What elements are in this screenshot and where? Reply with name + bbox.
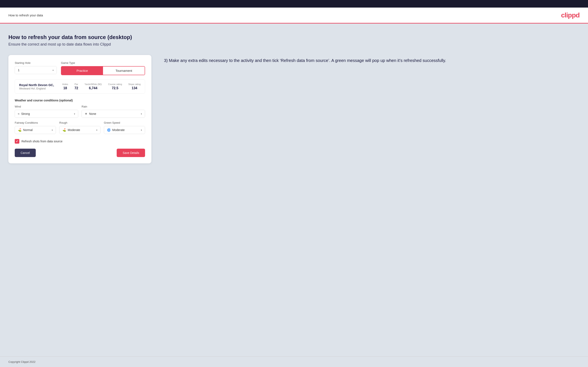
cancel-button[interactable]: Cancel <box>15 149 36 157</box>
content-area: Starting Hole 1 ▾ Game Type Practice Tou… <box>9 55 579 163</box>
rough-label: Rough <box>59 121 101 124</box>
wind-select[interactable]: ≈ Strong ▾ <box>15 110 78 118</box>
game-type-label: Game Type <box>61 61 145 65</box>
green-speed-group: Green Speed 🌀 Moderate ▾ <box>104 121 145 134</box>
wind-chevron-icon: ▾ <box>74 113 75 115</box>
yards-stat: Yards/White (M)) 6,744 <box>85 83 102 90</box>
course-rating-label: Course rating <box>108 83 122 85</box>
main-content: How to refresh your data from source (de… <box>0 24 588 356</box>
fairway-value-wrapper: ⛳ Normal <box>18 128 33 132</box>
green-speed-icon: 🌀 <box>107 128 111 132</box>
wind-display[interactable]: ≈ Strong ▾ <box>15 110 78 117</box>
green-speed-display[interactable]: 🌀 Moderate ▾ <box>104 126 145 134</box>
par-stat: Par 72 <box>74 83 78 90</box>
slope-rating-label: Slope rating <box>128 83 141 85</box>
yards-value: 6,744 <box>85 86 102 90</box>
fairway-label: Fairway Conditions <box>15 121 56 124</box>
rain-display[interactable]: ☀ None ▾ <box>82 110 145 117</box>
rain-group: Rain ☀ None ▾ <box>82 105 145 118</box>
rough-icon: ⛳ <box>62 128 66 132</box>
rain-select[interactable]: ☀ None ▾ <box>82 110 145 118</box>
header: How to refresh your data clippd <box>0 8 588 24</box>
rain-label: Rain <box>82 105 145 108</box>
tournament-button[interactable]: Tournament <box>103 67 145 75</box>
starting-hole-label: Starting Hole <box>15 61 57 65</box>
holes-stat: Holes 18 <box>62 83 68 90</box>
par-value: 72 <box>74 86 78 90</box>
fairway-group: Fairway Conditions ⛳ Normal ▾ <box>15 121 56 134</box>
fairway-value: Normal <box>23 128 33 132</box>
page-heading: How to refresh your data from source (de… <box>9 34 579 41</box>
refresh-checkbox-row: Refresh shots from data source <box>15 139 145 144</box>
description-text: 3) Make any extra edits necessary to the… <box>164 57 579 64</box>
wind-value: Strong <box>21 112 30 116</box>
wind-value-wrapper: ≈ Strong <box>18 112 30 116</box>
course-rating-stat: Course rating 72.5 <box>108 83 122 90</box>
top-bar <box>0 0 588 8</box>
fairway-icon: ⛳ <box>18 128 21 132</box>
par-label: Par <box>74 83 78 85</box>
rough-group: Rough ⛳ Moderate ▾ <box>59 121 101 134</box>
refresh-checkbox[interactable] <box>15 139 19 144</box>
logo: clippd <box>561 11 579 19</box>
rough-chevron-icon: ▾ <box>96 129 97 131</box>
conditions-3-row: Fairway Conditions ⛳ Normal ▾ Rough <box>15 121 145 134</box>
rough-display[interactable]: ⛳ Moderate ▾ <box>60 126 100 134</box>
starting-hole-select[interactable]: 1 ▾ <box>15 66 57 74</box>
yards-label: Yards/White (M)) <box>85 83 102 85</box>
refresh-checkbox-label: Refresh shots from data source <box>21 140 62 143</box>
rough-value: Moderate <box>68 128 80 132</box>
rough-select[interactable]: ⛳ Moderate ▾ <box>59 126 101 134</box>
wind-label: Wind <box>15 105 78 108</box>
rain-value: None <box>89 112 96 116</box>
course-location: Westward Ho!, England <box>19 87 54 90</box>
header-title: How to refresh your data <box>9 13 43 17</box>
starting-hole-chevron-icon: ▾ <box>52 69 54 71</box>
course-rating-value: 72.5 <box>108 86 122 90</box>
wind-group: Wind ≈ Strong ▾ <box>15 105 78 118</box>
starting-hole-display[interactable]: 1 ▾ <box>15 66 57 74</box>
green-speed-label: Green Speed <box>104 121 145 124</box>
green-speed-chevron-icon: ▾ <box>141 129 142 131</box>
starting-hole-value: 1 <box>18 68 19 72</box>
game-type-buttons: Practice Tournament <box>61 66 145 75</box>
course-stats: Holes 18 Par 72 Yards/White (M)) 6,744 C… <box>62 83 141 90</box>
game-type-group: Game Type Practice Tournament <box>61 61 145 75</box>
form-card: Starting Hole 1 ▾ Game Type Practice Tou… <box>9 55 151 163</box>
starting-hole-group: Starting Hole 1 ▾ <box>15 61 57 75</box>
rain-value-wrapper: ☀ None <box>85 112 96 116</box>
top-form-row: Starting Hole 1 ▾ Game Type Practice Tou… <box>15 61 145 75</box>
holes-label: Holes <box>62 83 68 85</box>
conditions-title: Weather and course conditions (optional) <box>15 99 145 102</box>
footer: Copyright Clippd 2022 <box>0 356 588 367</box>
wind-icon: ≈ <box>18 112 19 116</box>
fairway-display[interactable]: ⛳ Normal ▾ <box>15 126 56 134</box>
description-panel: 3) Make any extra edits necessary to the… <box>164 55 579 64</box>
rain-icon: ☀ <box>85 112 87 116</box>
rain-chevron-icon: ▾ <box>141 113 142 115</box>
button-row: Cancel Save Details <box>15 149 145 157</box>
course-name-location: Royal North Devon GC, Westward Ho!, Engl… <box>19 83 54 90</box>
page-subheading: Ensure the correct and most up to date d… <box>9 42 579 47</box>
green-speed-value: Moderate <box>112 128 125 132</box>
wind-rain-row: Wind ≈ Strong ▾ Rain <box>15 105 145 118</box>
save-details-button[interactable]: Save Details <box>117 149 145 157</box>
holes-value: 18 <box>62 86 68 90</box>
course-name: Royal North Devon GC, <box>19 83 54 87</box>
footer-copyright: Copyright Clippd 2022 <box>9 360 35 363</box>
slope-rating-stat: Slope rating 134 <box>128 83 141 90</box>
green-speed-value-wrapper: 🌀 Moderate <box>107 128 125 132</box>
practice-button[interactable]: Practice <box>61 67 103 75</box>
green-speed-select[interactable]: 🌀 Moderate ▾ <box>104 126 145 134</box>
rough-value-wrapper: ⛳ Moderate <box>62 128 80 132</box>
fairway-chevron-icon: ▾ <box>52 129 53 131</box>
fairway-select[interactable]: ⛳ Normal ▾ <box>15 126 56 134</box>
slope-rating-value: 134 <box>128 86 141 90</box>
course-info-box: Royal North Devon GC, Westward Ho!, Engl… <box>15 79 145 94</box>
